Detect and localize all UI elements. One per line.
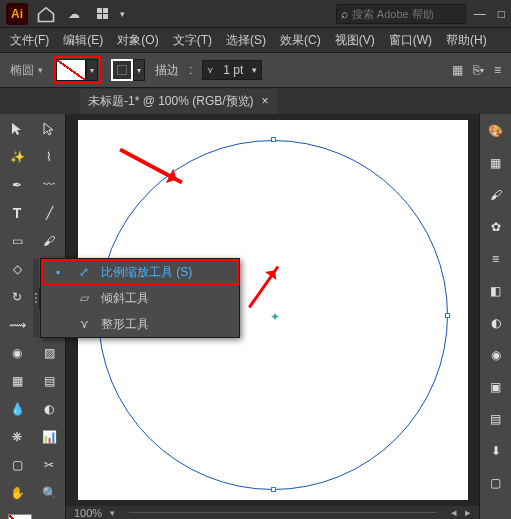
graphic-styles-panel-icon[interactable]: ▣ bbox=[487, 378, 505, 396]
layout-switch-icon[interactable] bbox=[92, 4, 112, 24]
handle[interactable] bbox=[445, 313, 450, 318]
status-bar: 100% ▾ ◂ ▸ bbox=[66, 506, 479, 519]
transparency-panel-icon[interactable]: ◐ bbox=[487, 314, 505, 332]
layers-panel-icon[interactable]: ▤ bbox=[487, 410, 505, 428]
maximize-button[interactable]: □ bbox=[498, 7, 505, 21]
selection-type-label: 椭圆▾ bbox=[10, 62, 43, 79]
stroke-label: 描边 bbox=[155, 62, 179, 79]
zoom-tool[interactable]: 🔍 bbox=[34, 480, 64, 506]
magic-wand-tool[interactable]: ✨ bbox=[2, 144, 32, 170]
menu-select[interactable]: 选择(S) bbox=[222, 30, 270, 51]
hand-tool[interactable]: ✋ bbox=[2, 480, 32, 506]
graph-tool[interactable]: 📊 bbox=[34, 424, 64, 450]
stroke-swatch[interactable] bbox=[111, 59, 133, 81]
menu-file[interactable]: 文件(F) bbox=[6, 30, 53, 51]
search-input[interactable] bbox=[352, 8, 461, 20]
gradient-tool[interactable]: ▤ bbox=[34, 368, 64, 394]
stroke-panel-icon[interactable]: ≡ bbox=[487, 250, 505, 268]
tab-title: 未标题-1* @ 100% (RGB/预览) bbox=[88, 93, 254, 110]
artboards-panel-icon[interactable]: ▢ bbox=[487, 474, 505, 492]
asset-export-panel-icon[interactable]: ⬇ bbox=[487, 442, 505, 460]
right-panel-dock: 🎨 ▦ 🖌 ✿ ≡ ◧ ◐ ◉ ▣ ▤ ⬇ ▢ bbox=[479, 114, 511, 519]
menu-type[interactable]: 文字(T) bbox=[169, 30, 216, 51]
nav-right-icon[interactable]: ▸ bbox=[465, 506, 471, 519]
search-box[interactable]: ⌕ bbox=[336, 4, 466, 24]
shape-builder-tool[interactable]: ◉ bbox=[2, 340, 32, 366]
more-options-icon[interactable]: ≡ bbox=[494, 63, 501, 77]
flyout-grip[interactable] bbox=[33, 259, 39, 337]
curvature-tool[interactable]: 〰 bbox=[34, 172, 64, 198]
scale-icon: ⤢ bbox=[75, 265, 93, 279]
selection-tool[interactable] bbox=[2, 116, 32, 142]
direct-selection-tool[interactable] bbox=[34, 116, 64, 142]
home-icon[interactable] bbox=[36, 4, 56, 24]
chevron-down-icon[interactable]: ▾ bbox=[86, 59, 98, 81]
symbol-sprayer-tool[interactable]: ❋ bbox=[2, 424, 32, 450]
flyout-item-scale[interactable]: ▪ ⤢ 比例缩放工具 (S) bbox=[41, 259, 239, 285]
cloud-icon[interactable]: ☁ bbox=[64, 4, 84, 24]
stroke-weight-input[interactable]: ⋎ 1 pt ▾ bbox=[202, 60, 262, 80]
zoom-level[interactable]: 100% bbox=[74, 507, 102, 519]
paintbrush-tool[interactable]: 🖌 bbox=[34, 228, 64, 254]
fill-none-icon bbox=[56, 59, 86, 81]
dot-icon: ▪ bbox=[49, 265, 67, 279]
mesh-tool[interactable]: ▦ bbox=[2, 368, 32, 394]
handle[interactable] bbox=[271, 137, 276, 142]
type-tool[interactable]: T bbox=[2, 200, 32, 226]
swatches-panel-icon[interactable]: ▦ bbox=[487, 154, 505, 172]
shear-icon: ▱ bbox=[75, 291, 93, 305]
menu-edit[interactable]: 编辑(E) bbox=[59, 30, 107, 51]
tab-bar: 未标题-1* @ 100% (RGB/预览) × bbox=[0, 88, 511, 114]
menu-bar: 文件(F) 编辑(E) 对象(O) 文字(T) 选择(S) 效果(C) 视图(V… bbox=[0, 28, 511, 52]
search-icon: ⌕ bbox=[341, 7, 348, 21]
width-tool[interactable]: ⟿ bbox=[2, 312, 32, 338]
app-logo: Ai bbox=[6, 3, 28, 25]
handle[interactable] bbox=[271, 487, 276, 492]
menu-view[interactable]: 视图(V) bbox=[331, 30, 379, 51]
fill-indicator[interactable] bbox=[8, 514, 32, 519]
menu-object[interactable]: 对象(O) bbox=[113, 30, 162, 51]
color-panel-icon[interactable]: 🎨 bbox=[487, 122, 505, 140]
symbols-panel-icon[interactable]: ✿ bbox=[487, 218, 505, 236]
reshape-icon: ⋎ bbox=[75, 317, 93, 331]
align-panel-icon[interactable]: ▦ bbox=[452, 63, 463, 77]
flyout-item-reshape[interactable]: ⋎ 整形工具 bbox=[41, 311, 239, 337]
rectangle-tool[interactable]: ▭ bbox=[2, 228, 32, 254]
fill-selector[interactable]: ▾ bbox=[53, 56, 101, 84]
slice-tool[interactable]: ✂ bbox=[34, 452, 64, 478]
shaper-tool[interactable]: ◇ bbox=[2, 256, 32, 282]
artboard-tool[interactable]: ▢ bbox=[2, 452, 32, 478]
menu-effect[interactable]: 效果(C) bbox=[276, 30, 325, 51]
chevron-down-icon[interactable]: ▾ bbox=[133, 59, 145, 81]
perspective-tool[interactable]: ▨ bbox=[34, 340, 64, 366]
close-icon[interactable]: × bbox=[262, 94, 269, 108]
title-bar: Ai ☁ ▾ ⌕ — □ bbox=[0, 0, 511, 28]
rotate-tool[interactable]: ↻ bbox=[2, 284, 32, 310]
brushes-panel-icon[interactable]: 🖌 bbox=[487, 186, 505, 204]
flyout-item-shear[interactable]: ▱ 倾斜工具 bbox=[41, 285, 239, 311]
blend-tool[interactable]: ◐ bbox=[34, 396, 64, 422]
chevron-down-icon[interactable]: ▾ bbox=[110, 508, 115, 518]
tool-flyout-menu: ▪ ⤢ 比例缩放工具 (S) ▱ 倾斜工具 ⋎ 整形工具 bbox=[40, 258, 240, 338]
appearance-panel-icon[interactable]: ◉ bbox=[487, 346, 505, 364]
chevron-down-icon[interactable]: ▾ bbox=[120, 9, 125, 19]
fill-stroke-selector[interactable] bbox=[2, 512, 64, 519]
line-tool[interactable]: ╱ bbox=[34, 200, 64, 226]
gradient-panel-icon[interactable]: ◧ bbox=[487, 282, 505, 300]
document-tab[interactable]: 未标题-1* @ 100% (RGB/预览) × bbox=[80, 89, 277, 114]
minimize-button[interactable]: — bbox=[474, 7, 486, 21]
transform-panel-icon[interactable]: ⎘▾ bbox=[473, 63, 484, 77]
eyedropper-tool[interactable]: 💧 bbox=[2, 396, 32, 422]
menu-help[interactable]: 帮助(H) bbox=[442, 30, 491, 51]
control-bar: 椭圆▾ ▾ ▾ 描边: ⋎ 1 pt ▾ ▦ ⎘▾ ≡ bbox=[0, 52, 511, 88]
center-point-icon: ✦ bbox=[270, 310, 280, 324]
lasso-tool[interactable]: ⌇ bbox=[34, 144, 64, 170]
menu-window[interactable]: 窗口(W) bbox=[385, 30, 436, 51]
pen-tool[interactable]: ✒ bbox=[2, 172, 32, 198]
nav-left-icon[interactable]: ◂ bbox=[451, 506, 457, 519]
